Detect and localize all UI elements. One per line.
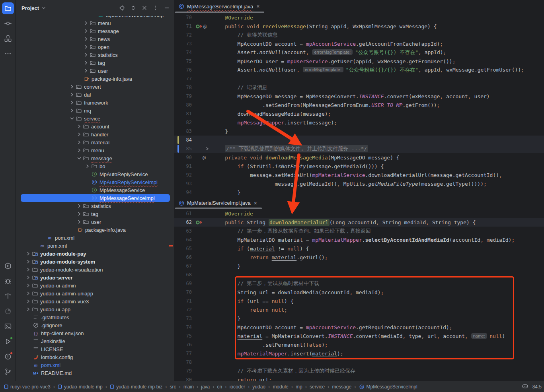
tree-chevron[interactable] <box>82 44 90 50</box>
tree-item[interactable]: mpom.xml <box>16 234 174 242</box>
line-number[interactable]: 65 <box>174 246 192 251</box>
tree-item[interactable]: account <box>16 122 174 130</box>
tree-chevron[interactable] <box>25 282 32 289</box>
line-number[interactable]: 91 <box>174 163 192 169</box>
code-line[interactable]: 72 // 获得关联信息 <box>174 31 544 39</box>
structure-tool-button[interactable] <box>2 33 14 45</box>
annotation-gutter-icon[interactable]: @ <box>203 155 206 161</box>
build-tool-button[interactable] <box>2 290 14 302</box>
tree-item[interactable]: IMpMessageService <box>16 186 174 194</box>
code-line[interactable]: 78 // 记录消息 <box>174 83 544 92</box>
annotation-gutter-icon[interactable]: @ <box>203 23 207 29</box>
tree-chevron[interactable] <box>76 211 83 217</box>
line-number[interactable]: 78 <box>174 85 192 90</box>
code-line[interactable]: 67 } <box>174 262 544 270</box>
tree-chevron[interactable] <box>76 155 83 161</box>
line-number[interactable]: 76 <box>174 342 192 347</box>
overrides-gutter-icon[interactable] <box>195 219 203 225</box>
line-number[interactable]: 92 <box>174 172 192 178</box>
code-line[interactable]: 76 Assert.notNull(user, errorMsgTemplate… <box>174 66 544 74</box>
tab-close-icon[interactable]: × <box>255 3 260 10</box>
tree-item[interactable]: statistics <box>16 202 174 210</box>
tree-chevron[interactable] <box>76 203 83 209</box>
line-number[interactable]: 74 <box>174 50 192 55</box>
line-number[interactable]: 83 <box>174 128 192 134</box>
code-line[interactable]: 70 @Override <box>174 13 544 22</box>
code-line[interactable]: 92 message.setMediaUrl(mpMaterialService… <box>174 171 544 179</box>
line-number[interactable]: 77 <box>174 76 192 82</box>
line-number[interactable]: 62 <box>174 219 192 225</box>
code-line[interactable]: 81 downloadMessageMedia(message); <box>174 109 544 118</box>
tree-item[interactable]: yudao-ui-app <box>16 305 174 313</box>
tree-chevron[interactable] <box>25 306 32 312</box>
tree-chevron[interactable] <box>68 99 76 106</box>
code-line[interactable]: 66 return material.getUrl(); <box>174 253 544 262</box>
tree-item[interactable]: mq <box>16 107 174 114</box>
run-tool-button[interactable] <box>2 336 14 347</box>
code-line[interactable]: 80 .setSendFrom(MpMessageSendFromEnum.US… <box>174 101 544 109</box>
breadcrumb-item[interactable]: iocoder <box>230 384 245 390</box>
code-line[interactable]: 74 Assert.notNull(account, errorMsgTempl… <box>174 48 544 57</box>
select-opened-file-button[interactable] <box>119 5 125 11</box>
line-number[interactable]: 73 <box>174 41 192 47</box>
line-number[interactable]: 71 <box>174 298 192 304</box>
line-number[interactable]: 82 <box>174 120 192 125</box>
code-line[interactable]: 77 mpMaterialMapper.insert(material); <box>174 349 544 358</box>
panel-options-button[interactable] <box>152 5 159 11</box>
breadcrumb-item[interactable]: module <box>273 384 288 390</box>
tree-chevron[interactable] <box>68 91 76 98</box>
breadcrumb-item[interactable]: ruoyi-vue-pro-vue3 <box>4 384 51 390</box>
tree-item[interactable]: MREADME.md <box>16 369 174 377</box>
line-number[interactable]: 71 <box>174 23 192 29</box>
line-number[interactable]: 76 <box>174 67 192 73</box>
line-number[interactable]: 81 <box>174 111 192 116</box>
code-line[interactable]: 74 MpAccountDO account = mpAccountServic… <box>174 323 544 332</box>
breadcrumb-item[interactable]: java <box>201 384 210 390</box>
editor-tab[interactable]: CMpMessageServiceImpl.java× <box>174 0 265 13</box>
line-number[interactable]: 72 <box>174 32 192 38</box>
more-tool-windows-button[interactable] <box>2 48 14 60</box>
tree-chevron[interactable] <box>76 219 83 225</box>
editor-tab[interactable]: CMpMaterialServiceImpl.java× <box>174 197 263 209</box>
code-line[interactable]: 75 MpUserDO user = mpUserService.getUser… <box>174 57 544 66</box>
tree-item[interactable]: framework <box>16 99 174 107</box>
code-line[interactable]: 79 MpMessageDO message = MpMessageConver… <box>174 92 544 101</box>
code-line[interactable]: 78 <box>174 358 544 367</box>
tree-item[interactable]: menu <box>16 19 174 27</box>
tree-chevron[interactable] <box>82 52 90 58</box>
tree-item[interactable]: IMpAutoReplyService <box>16 170 174 178</box>
tree-item[interactable]: yudao-module-system <box>16 258 174 266</box>
code-line[interactable]: 77 <box>174 74 544 83</box>
tree-item[interactable]: lombok.config <box>16 353 174 361</box>
tree-item[interactable]: .gitignore <box>16 321 174 329</box>
tree-item[interactable]: yudao-module-visualization <box>16 266 174 274</box>
line-number[interactable]: 90 <box>174 155 192 160</box>
line-number[interactable]: 85 <box>174 146 192 151</box>
caret-position[interactable]: 84:5 <box>532 384 542 390</box>
tree-chevron[interactable] <box>25 250 32 257</box>
code-line[interactable]: 72 return null; <box>174 305 544 314</box>
terminal-tool-button[interactable] <box>2 320 14 332</box>
code-line[interactable]: 64 MpMaterialDO material = mpMaterialMap… <box>174 235 544 244</box>
line-number[interactable]: 68 <box>174 272 192 278</box>
services-tool-button[interactable] <box>2 260 14 272</box>
tree-chevron[interactable] <box>25 258 32 265</box>
line-number[interactable]: 72 <box>174 307 192 312</box>
tree-item[interactable]: open <box>16 43 174 51</box>
tree-item[interactable]: message <box>16 27 174 35</box>
tree-item[interactable]: package-info.java <box>16 226 174 234</box>
tree-item[interactable]: user <box>16 67 174 75</box>
tree-chevron[interactable] <box>25 266 32 273</box>
project-panel-title[interactable]: Project <box>21 5 39 11</box>
commit-tool-button[interactable] <box>2 17 14 29</box>
code-line[interactable]: 85 /** 下载消息使用到的媒体文件, 并上传到文件服务 ...*/ <box>174 144 544 153</box>
code-line[interactable]: 65 if (material != null) { <box>174 244 544 253</box>
tree-item[interactable]: mpom.xml <box>16 361 174 369</box>
overrides-gutter-icon[interactable] <box>195 23 203 29</box>
line-number[interactable]: 75 <box>174 333 192 339</box>
line-number[interactable]: 61 <box>174 211 192 216</box>
tree-chevron[interactable] <box>68 115 76 122</box>
tree-item[interactable]: news <box>16 35 174 43</box>
code-line[interactable]: 70 String url = downloadMedia(accountId,… <box>174 288 544 297</box>
tree-item[interactable]: CMpAutoReplyServiceImpl <box>16 178 174 186</box>
